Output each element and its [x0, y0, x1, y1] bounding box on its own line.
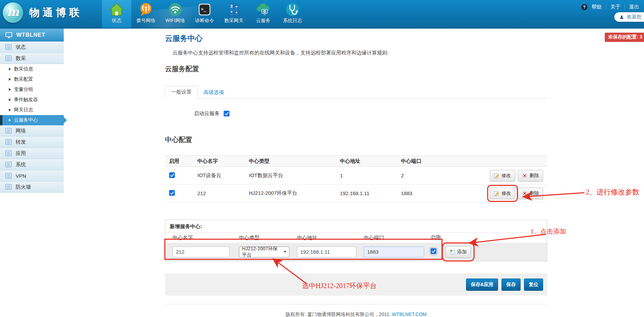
- nav-label: 状态: [112, 18, 121, 24]
- column-header-address: 中心地址: [336, 158, 398, 164]
- label-center-address: 中心地址: [297, 235, 364, 241]
- add-button[interactable]: 添加: [446, 246, 471, 258]
- table-row: IOT设备云 IOT数据云平台 1 2 修改 删除: [165, 167, 547, 185]
- copyright-text: 版权所有: 厦门物通博联网络科技有限公司，2011.: [286, 312, 392, 317]
- delete-icon: [522, 191, 527, 196]
- sidebar-subitem-cloud-center[interactable]: 云服务中心: [0, 115, 64, 125]
- edit-icon: [494, 191, 499, 196]
- list-icon: [5, 184, 12, 190]
- list-icon: [5, 172, 12, 179]
- brand-orb-icon: m: [3, 2, 23, 23]
- center-name-input[interactable]: [173, 247, 229, 257]
- nav-item-cloud-service[interactable]: 云服务: [249, 0, 278, 29]
- cell-center-port: 1883: [398, 190, 476, 196]
- tab-advanced-options[interactable]: 高级选项: [198, 86, 230, 98]
- label-center-port: 中心端口: [364, 235, 431, 241]
- edit-icon: [494, 173, 499, 178]
- section-center-config: 中心配置: [165, 135, 192, 144]
- row-enable-checkbox[interactable]: [169, 172, 175, 178]
- sidebar-subitem-label: 变量分组: [14, 86, 33, 93]
- center-port-input[interactable]: [364, 247, 424, 257]
- unsaved-config-badge: 未保存的配置: 3: [605, 33, 644, 42]
- edit-button-highlighted[interactable]: 修改: [490, 188, 515, 199]
- list-icon: [5, 44, 12, 50]
- annotation-step-add: 1、点击添加: [530, 227, 566, 236]
- nav-item-dialup-network[interactable]: 拨号网络: [131, 0, 161, 29]
- label-center-type: 中心类型: [239, 235, 297, 241]
- user-icon: [619, 15, 624, 20]
- reset-button[interactable]: 复位: [524, 279, 543, 291]
- footer-link[interactable]: WTBLNET.COM: [392, 312, 426, 317]
- center-address-input[interactable]: [297, 247, 356, 257]
- save-apply-button[interactable]: 保存&应用: [466, 279, 498, 291]
- center-type-select[interactable]: HJ212-2007环保平台: [239, 247, 289, 257]
- edit-button[interactable]: 修改: [490, 170, 515, 181]
- nav-item-wifi-network[interactable]: WIFI网络: [161, 0, 190, 29]
- add-enable-checkbox[interactable]: [431, 248, 436, 254]
- logout-link[interactable]: 退出: [625, 4, 643, 10]
- sidebar-subitem-gateway-log[interactable]: 网关日志: [0, 105, 64, 115]
- help-link[interactable]: 帮助: [587, 4, 606, 10]
- save-button[interactable]: 保存: [501, 279, 521, 291]
- sidebar-subitem-label: 事件触发器: [14, 97, 38, 103]
- sidebar-item-application[interactable]: 应用: [0, 148, 64, 159]
- welcome-text: 欢迎您: [627, 14, 641, 20]
- list-icon: [5, 161, 12, 168]
- arrow-right-icon: [9, 98, 11, 101]
- sidebar-item-label: VPN: [16, 173, 26, 179]
- help-icon: ?: [581, 4, 587, 10]
- sidebar-item-firewall[interactable]: 防火墙: [0, 181, 64, 193]
- delete-button[interactable]: 删除: [518, 170, 543, 181]
- sidebar-item-forwarding[interactable]: 转发: [0, 137, 64, 148]
- delete-icon: [522, 173, 527, 178]
- nav-label: 拨号网络: [136, 18, 155, 24]
- column-header-name: 中心名字: [194, 158, 245, 164]
- center-type-selected: HJ212-2007环保平台: [242, 246, 282, 258]
- sidebar-subitem-label: 云服务中心: [14, 117, 38, 123]
- nav-item-status[interactable]: 状态: [102, 0, 131, 29]
- delete-button[interactable]: 删除: [518, 188, 543, 199]
- top-navbar: m 物通博联 状态 拨号网络 WIFI网络 >_ 诊断命令 数采网关: [0, 0, 644, 29]
- sidebar-item-label: 数采: [16, 55, 26, 62]
- nav-label: 数采网关: [224, 18, 243, 24]
- about-link[interactable]: 关于: [606, 4, 625, 10]
- sidebar-header: WTBLNET: [0, 29, 64, 42]
- list-icon: [5, 55, 12, 62]
- nav-label: 诊断命令: [195, 18, 214, 24]
- sidebar-item-system[interactable]: 系统: [0, 159, 64, 170]
- dialup-icon: [138, 2, 154, 17]
- cell-center-type: HJ212-2007环保平台: [245, 190, 336, 196]
- arrow-right-icon: [9, 78, 11, 81]
- nav-label: 云服务: [256, 18, 270, 24]
- tab-general-settings[interactable]: 一般设置: [165, 86, 198, 98]
- cell-center-address: 1: [336, 173, 398, 178]
- footer-copyright: 版权所有: 厦门物通博联网络科技有限公司，2011. WTBLNET.COM: [165, 312, 547, 317]
- nav-item-system-log[interactable]: 系统日志: [278, 0, 307, 29]
- home-icon: [109, 2, 124, 17]
- center-table: 启用 中心名字 中心类型 中心地址 中心端口 IOT设备云 IOT数据云平台 1…: [165, 155, 547, 202]
- nav-item-data-gateway[interactable]: 数采网关: [219, 0, 249, 29]
- list-icon: [5, 127, 12, 134]
- row-enable-checkbox[interactable]: [169, 190, 175, 196]
- arrow-right-icon: [9, 88, 11, 91]
- logo-text: 物通博联: [29, 6, 83, 20]
- sidebar-item-vpn[interactable]: VPN: [0, 170, 64, 181]
- list-icon: [5, 139, 12, 145]
- arrow-right-icon: [9, 109, 11, 111]
- enable-cloud-checkbox[interactable]: [224, 111, 229, 116]
- sidebar-item-network[interactable]: 网络: [0, 125, 64, 137]
- sidebar-subitem-data-info[interactable]: 数采信息: [0, 64, 64, 74]
- column-header-type: 中心类型: [245, 158, 336, 164]
- column-header-port: 中心端口: [398, 158, 476, 164]
- sidebar-subitem-data-config[interactable]: 数采配置: [0, 74, 64, 84]
- sidebar-subitem-variable-group[interactable]: 变量分组: [0, 84, 64, 95]
- sidebar-item-data-acquisition[interactable]: 数采: [0, 53, 64, 64]
- nav-item-diagnostic[interactable]: >_ 诊断命令: [190, 0, 219, 29]
- table-row: 212 HJ212-2007环保平台 192.168.1.11 1883 修改 …: [165, 185, 547, 202]
- sidebar-subitem-event-trigger[interactable]: 事件触发器: [0, 95, 64, 105]
- welcome-pill[interactable]: 欢迎您: [614, 12, 644, 22]
- sidebar-subitem-label: 数采信息: [14, 66, 33, 72]
- list-icon: [5, 150, 12, 157]
- sidebar-item-status[interactable]: 状态: [0, 42, 64, 53]
- cell-center-address: 192.168.1.11: [336, 190, 398, 196]
